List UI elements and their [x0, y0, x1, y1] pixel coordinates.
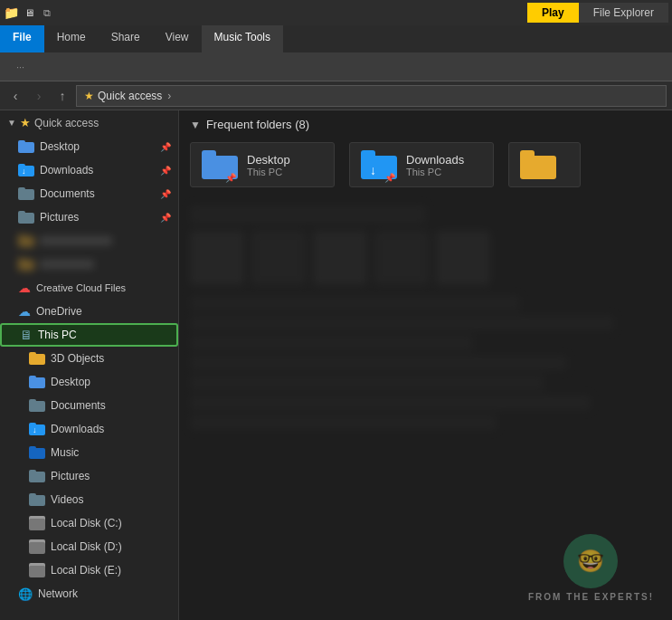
folder-card-downloads[interactable]: Downloads This PC 📌 — [349, 142, 494, 187]
app-icon2: 🖥 — [22, 5, 36, 20]
sidebar-item-desktop[interactable]: Desktop 📌 — [0, 135, 178, 158]
sidebar-item-creative-cloud[interactable]: ☁ Creative Cloud Files — [0, 276, 178, 300]
documents-folder-icon — [18, 187, 34, 200]
sidebar-item-onedrive[interactable]: ☁ OneDrive — [0, 300, 178, 323]
sidebar-item-label: Pictures — [40, 211, 79, 224]
back-button[interactable]: ‹ — [5, 86, 25, 106]
sidebar-item-label: Downloads — [40, 164, 93, 176]
blurred-folder-icon — [18, 234, 34, 247]
sidebar-item-downloads[interactable]: Downloads 📌 — [0, 158, 178, 182]
app-icon: 📁 — [4, 5, 18, 20]
sidebar-item-blurred1[interactable] — [0, 229, 178, 253]
sidebar-item-label: OneDrive — [36, 305, 82, 318]
sidebar: ▼ ★ Quick access Desktop 📌 Downloads 📌 — [0, 110, 179, 620]
folder-name-desktop: Desktop — [247, 153, 323, 167]
sidebar-section-quick-access[interactable]: ▼ ★ Quick access — [0, 110, 178, 135]
desktop-folder-icon — [18, 140, 34, 153]
sidebar-item-label: Local Disk (E:) — [51, 564, 121, 577]
watermark-circle: 🤓 — [563, 534, 618, 588]
sidebar-item-label: Music — [51, 446, 79, 459]
ribbon-tab-home[interactable]: Home — [44, 25, 99, 52]
music-folder-icon — [29, 446, 45, 459]
watermark: 🤓 FROM THE EXPERTS! — [528, 534, 654, 602]
folder-card-desktop[interactable]: Desktop This PC 📌 — [190, 142, 335, 187]
frequent-folders-label: Frequent folders (8) — [206, 118, 309, 131]
folders-grid: Desktop This PC 📌 Downloads This PC 📌 — [190, 142, 661, 187]
watermark-text: FROM THE EXPERTS! — [528, 592, 654, 602]
sidebar-item-label: 3D Objects — [51, 352, 104, 365]
sidebar-item-downloads2[interactable]: Downloads — [0, 417, 178, 441]
sidebar-item-label: Creative Cloud Files — [36, 282, 126, 293]
sidebar-item-label: Network — [38, 587, 78, 600]
ribbon-tab-view[interactable]: View — [153, 25, 202, 52]
sidebar-item-desktop2[interactable]: Desktop — [0, 370, 178, 394]
ribbon-tabs: File Home Share View Music Tools — [0, 25, 672, 52]
blurred-content-section — [190, 205, 661, 430]
sidebar-item-label: Documents — [51, 399, 106, 412]
sidebar-item-label: Desktop — [40, 140, 80, 153]
folder-name-downloads: Downloads — [406, 153, 482, 167]
folder-card-partial[interactable] — [508, 142, 581, 187]
title-bar: 📁 🖥 ⧉ Play File Explorer — [0, 0, 672, 25]
creative-cloud-icon: ☁ — [18, 281, 31, 295]
sidebar-item-blurred2[interactable] — [0, 253, 178, 276]
sidebar-item-documents[interactable]: Documents 📌 — [0, 182, 178, 205]
videos-folder-icon — [29, 493, 45, 506]
watermark-emoji: 🤓 — [577, 548, 604, 574]
up-button[interactable]: ↑ — [52, 86, 72, 106]
chevron-icon: ▼ — [7, 118, 16, 128]
path-text: Quick access — [98, 90, 162, 102]
sidebar-item-label: Videos — [51, 493, 83, 506]
folder-info-downloads: Downloads This PC — [406, 153, 482, 177]
sidebar-item-label: Desktop — [51, 376, 90, 388]
sidebar-item-music[interactable]: Music — [0, 441, 178, 464]
sidebar-item-videos[interactable]: Videos — [0, 488, 178, 511]
sidebar-item-pictures[interactable]: Pictures 📌 — [0, 205, 178, 229]
disk-c-icon — [29, 516, 45, 530]
frequent-folders-header[interactable]: ▼ Frequent folders (8) — [190, 118, 661, 131]
downloads-folder-icon — [18, 164, 34, 176]
sidebar-item-documents2[interactable]: Documents — [0, 394, 178, 417]
sidebar-item-label: Local Disk (C:) — [51, 517, 122, 529]
sidebar-item-locald[interactable]: Local Disk (D:) — [0, 535, 178, 558]
network-icon: 🌐 — [18, 587, 33, 601]
desktop2-folder-icon — [29, 376, 45, 388]
ribbon-tab-share[interactable]: Share — [99, 25, 153, 52]
pin-icon: 📌 — [160, 166, 171, 176]
main-layout: ▼ ★ Quick access Desktop 📌 Downloads 📌 — [0, 110, 672, 620]
computer-icon: 🖥 — [20, 328, 33, 342]
sidebar-item-pictures2[interactable]: Pictures — [0, 464, 178, 488]
sidebar-item-label: Downloads — [51, 423, 104, 435]
disk-d-icon — [29, 539, 45, 554]
folder-sub-desktop: This PC — [247, 167, 323, 177]
sidebar-item-localc[interactable]: Local Disk (C:) — [0, 511, 178, 535]
pin-icon: 📌 — [160, 213, 171, 223]
ribbon-content: ··· — [0, 52, 672, 81]
tab-file-explorer[interactable]: File Explorer — [579, 3, 668, 23]
downloads2-folder-icon — [29, 423, 45, 435]
quick-access-label: Quick access — [34, 117, 99, 129]
documents2-folder-icon — [29, 399, 45, 412]
sidebar-item-3dobjects[interactable]: 3D Objects — [0, 347, 178, 370]
address-path[interactable]: ★ Quick access › — [76, 85, 667, 107]
tab-play[interactable]: Play — [527, 3, 579, 23]
pin-badge-downloads: 📌 — [384, 173, 395, 183]
sidebar-item-network[interactable]: 🌐 Network — [0, 582, 178, 606]
3d-folder-icon — [29, 352, 45, 365]
pin-icon: 📌 — [160, 142, 171, 152]
title-bar-icons: 📁 🖥 ⧉ — [4, 5, 54, 20]
sidebar-item-label: This PC — [38, 329, 77, 341]
pin-badge-desktop: 📌 — [225, 173, 236, 183]
address-bar: ‹ › ↑ ★ Quick access › — [0, 81, 672, 110]
ribbon-btn-placeholder[interactable]: ··· — [7, 58, 33, 76]
blurred-folder-icon2 — [18, 258, 34, 271]
forward-button[interactable]: › — [29, 86, 49, 106]
folder-sub-downloads: This PC — [406, 167, 482, 177]
pin-icon: 📌 — [160, 189, 171, 199]
partial-large-icon — [520, 150, 556, 179]
sidebar-item-thispc[interactable]: 🖥 This PC — [0, 323, 178, 347]
ribbon-tab-music-tools[interactable]: Music Tools — [202, 25, 283, 52]
ribbon-tab-file[interactable]: File — [0, 25, 44, 52]
sidebar-item-label: Pictures — [51, 470, 90, 482]
sidebar-item-locale[interactable]: Local Disk (E:) — [0, 558, 178, 582]
